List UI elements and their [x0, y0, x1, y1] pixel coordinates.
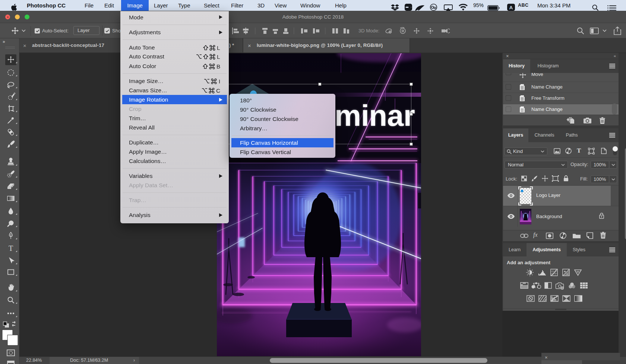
- svg-text:L: L: [217, 45, 220, 51]
- svg-text:I: I: [219, 78, 220, 84]
- svg-text:»: »: [3, 39, 5, 44]
- svg-text:C: C: [216, 87, 220, 94]
- svg-text:minar: minar: [335, 99, 415, 132]
- svg-text:B: B: [216, 63, 220, 70]
- svg-text:T: T: [9, 244, 13, 252]
- svg-text:A: A: [509, 5, 513, 10]
- svg-text:L: L: [217, 54, 220, 60]
